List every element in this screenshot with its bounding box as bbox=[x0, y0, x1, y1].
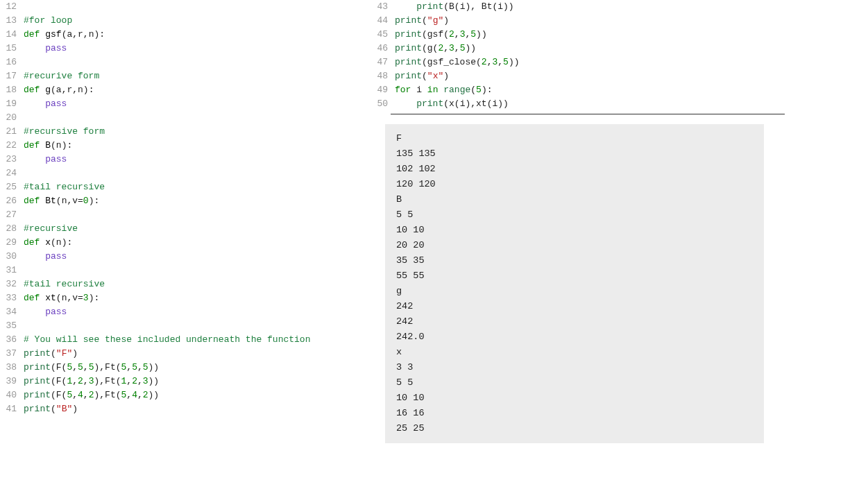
line-number: 47 bbox=[371, 55, 395, 69]
code-content: def xt(n,v=3): bbox=[24, 291, 371, 305]
code-content: pass bbox=[24, 305, 371, 319]
code-content: print(F(1,2,3),Ft(1,2,3)) bbox=[24, 375, 371, 388]
code-content: pass bbox=[24, 97, 371, 111]
line-number: 33 bbox=[0, 291, 24, 305]
divider bbox=[391, 114, 785, 114]
left-code-column: 12 13#for loop14def gsf(a,r,n):15 pass16… bbox=[0, 0, 371, 443]
code-line: 13#for loop bbox=[0, 14, 371, 28]
code-content: def Bt(n,v=0): bbox=[24, 194, 371, 208]
code-line: 14def gsf(a,r,n): bbox=[0, 28, 371, 42]
code-line: 48print("x") bbox=[371, 69, 812, 83]
line-number: 19 bbox=[0, 97, 24, 111]
line-number: 15 bbox=[0, 42, 24, 55]
line-number: 48 bbox=[371, 69, 395, 83]
line-number: 14 bbox=[0, 28, 24, 42]
code-content: pass bbox=[24, 250, 371, 264]
line-number: 39 bbox=[0, 375, 24, 388]
code-line: 39print(F(1,2,3),Ft(1,2,3)) bbox=[0, 375, 371, 388]
line-number: 34 bbox=[0, 305, 24, 319]
code-line: 24 bbox=[0, 166, 371, 180]
code-line: 32#tail recursive bbox=[0, 277, 371, 291]
code-line: 43 print(B(i), Bt(i)) bbox=[371, 0, 812, 14]
line-number: 23 bbox=[0, 153, 24, 166]
code-line: 41print("B") bbox=[0, 402, 371, 416]
code-line: 33def xt(n,v=3): bbox=[0, 291, 371, 305]
code-line: 47print(gsf_close(2,3,5)) bbox=[371, 55, 812, 69]
code-content: print("x") bbox=[395, 69, 812, 83]
code-line: 34 pass bbox=[0, 305, 371, 319]
line-number: 29 bbox=[0, 236, 24, 250]
left-code-block: 12 13#for loop14def gsf(a,r,n):15 pass16… bbox=[0, 0, 371, 416]
code-content: #tail recursive bbox=[24, 277, 371, 291]
code-line: 25#tail recursive bbox=[0, 180, 371, 194]
code-line: 27 bbox=[0, 208, 371, 222]
code-line: 50 print(x(i),xt(i)) bbox=[371, 97, 812, 111]
right-column: 43 print(B(i), Bt(i))44print("g")45print… bbox=[371, 0, 868, 443]
code-content: def B(n): bbox=[24, 139, 371, 153]
line-number: 46 bbox=[371, 42, 395, 55]
line-number: 20 bbox=[0, 111, 24, 125]
code-content: def g(a,r,n): bbox=[24, 83, 371, 97]
line-number: 25 bbox=[0, 180, 24, 194]
code-line: 16 bbox=[0, 55, 371, 69]
line-number: 26 bbox=[0, 194, 24, 208]
line-number: 31 bbox=[0, 264, 24, 277]
line-number: 18 bbox=[0, 83, 24, 97]
code-line: 19 pass bbox=[0, 97, 371, 111]
line-number: 43 bbox=[371, 0, 395, 14]
code-content: pass bbox=[24, 153, 371, 166]
line-number: 22 bbox=[0, 139, 24, 153]
code-content bbox=[24, 264, 371, 277]
code-line: 30 pass bbox=[0, 250, 371, 264]
line-number: 49 bbox=[371, 83, 395, 97]
code-line: 45print(gsf(2,3,5)) bbox=[371, 28, 812, 42]
code-line: 22def B(n): bbox=[0, 139, 371, 153]
code-content: print(F(5,4,2),Ft(5,4,2)) bbox=[24, 388, 371, 402]
line-number: 24 bbox=[0, 166, 24, 180]
code-content: #recurive form bbox=[24, 69, 371, 83]
code-line: 49for i in range(5): bbox=[371, 83, 812, 97]
code-content bbox=[24, 0, 371, 14]
code-content: print(gsf(2,3,5)) bbox=[395, 28, 812, 42]
code-content bbox=[24, 166, 371, 180]
line-number: 21 bbox=[0, 125, 24, 139]
code-content: #for loop bbox=[24, 14, 371, 28]
code-line: 37print("F") bbox=[0, 347, 371, 361]
code-line: 40print(F(5,4,2),Ft(5,4,2)) bbox=[0, 388, 371, 402]
line-number: 41 bbox=[0, 402, 24, 416]
code-content: print(x(i),xt(i)) bbox=[395, 97, 812, 111]
code-line: 21#recursive form bbox=[0, 125, 371, 139]
code-line: 36# You will see these included undernea… bbox=[0, 333, 371, 347]
code-line: 44print("g") bbox=[371, 14, 812, 28]
code-content: print("F") bbox=[24, 347, 371, 361]
code-content: #recursive form bbox=[24, 125, 371, 139]
line-number: 27 bbox=[0, 208, 24, 222]
line-number: 13 bbox=[0, 14, 24, 28]
code-content: print(gsf_close(2,3,5)) bbox=[395, 55, 812, 69]
code-content: # You will see these included underneath… bbox=[24, 333, 371, 347]
line-number: 38 bbox=[0, 361, 24, 375]
line-number: 32 bbox=[0, 277, 24, 291]
code-line: 26def Bt(n,v=0): bbox=[0, 194, 371, 208]
code-content: print(B(i), Bt(i)) bbox=[395, 0, 812, 14]
two-column-layout: 12 13#for loop14def gsf(a,r,n):15 pass16… bbox=[0, 0, 868, 443]
code-content bbox=[24, 208, 371, 222]
code-line: 28#recursive bbox=[0, 222, 371, 236]
code-content: #recursive bbox=[24, 222, 371, 236]
code-content: print(F(5,5,5),Ft(5,5,5)) bbox=[24, 361, 371, 375]
line-number: 44 bbox=[371, 14, 395, 28]
line-number: 36 bbox=[0, 333, 24, 347]
code-content: def x(n): bbox=[24, 236, 371, 250]
code-line: 38print(F(5,5,5),Ft(5,5,5)) bbox=[0, 361, 371, 375]
line-number: 16 bbox=[0, 55, 24, 69]
code-content: print("B") bbox=[24, 402, 371, 416]
code-line: 17#recurive form bbox=[0, 69, 371, 83]
line-number: 30 bbox=[0, 250, 24, 264]
line-number: 40 bbox=[0, 388, 24, 402]
code-content: for i in range(5): bbox=[395, 83, 812, 97]
code-line: 31 bbox=[0, 264, 371, 277]
code-content: pass bbox=[24, 42, 371, 55]
line-number: 12 bbox=[0, 0, 24, 14]
right-code-block: 43 print(B(i), Bt(i))44print("g")45print… bbox=[371, 0, 812, 111]
code-content bbox=[24, 55, 371, 69]
